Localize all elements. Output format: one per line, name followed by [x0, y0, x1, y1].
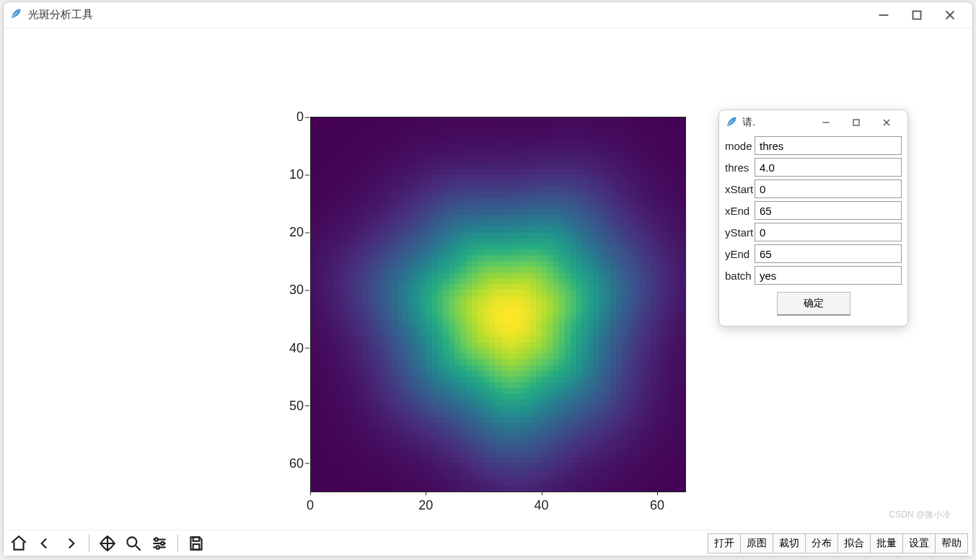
nav-back-button[interactable]	[34, 533, 56, 554]
xtick-label: 60	[643, 498, 672, 513]
dialog-ok-button[interactable]: 确定	[777, 292, 850, 316]
svg-rect-1	[913, 11, 921, 19]
svg-point-4	[127, 537, 136, 546]
batch-input[interactable]	[755, 266, 902, 285]
nav-home-button[interactable]	[8, 533, 30, 554]
svg-rect-12	[193, 537, 200, 541]
ytick-label: 60	[275, 455, 304, 471]
settings-dialog: 请. mode thres xStart xEnd yStart yEnd ba…	[718, 110, 908, 326]
nav-pan-button[interactable]	[97, 533, 118, 554]
mode-label: mode	[725, 140, 755, 152]
action-button-5[interactable]: 批量	[870, 533, 903, 554]
svg-point-10	[161, 541, 164, 544]
ytick-label: 50	[275, 398, 304, 413]
ytick-label: 30	[275, 283, 304, 298]
nav-separator	[89, 535, 89, 552]
svg-rect-15	[853, 120, 859, 125]
ytick-label: 0	[275, 110, 304, 125]
nav-forward-button[interactable]	[60, 533, 82, 554]
dialog-title: 请.	[742, 116, 755, 129]
xtick-label: 40	[527, 498, 556, 513]
action-button-0[interactable]: 打开	[708, 533, 741, 554]
main-maximize-button[interactable]	[900, 4, 933, 26]
main-minimize-button[interactable]	[867, 4, 900, 26]
matplotlib-nav-tools	[8, 533, 207, 554]
nav-save-button[interactable]	[185, 533, 207, 554]
heatmap-canvas	[311, 117, 685, 492]
action-button-4[interactable]: 拟合	[837, 533, 871, 554]
dialog-feather-icon	[725, 115, 738, 130]
svg-point-9	[155, 538, 158, 541]
xend-label: xEnd	[725, 205, 755, 217]
yend-input[interactable]	[755, 244, 902, 263]
xstart-input[interactable]	[755, 179, 902, 198]
action-buttons: 打开原图裁切分布拟合批量设置帮助	[708, 533, 968, 554]
watermark-text: CSDN @微小冷	[889, 509, 951, 521]
svg-point-11	[157, 546, 159, 548]
mode-input[interactable]	[755, 136, 902, 155]
thres-label: thres	[725, 161, 755, 174]
ytick-label: 10	[275, 167, 304, 182]
ystart-label: yStart	[725, 226, 755, 239]
main-titlebar: 光斑分析工具	[4, 2, 972, 28]
svg-line-5	[136, 546, 141, 551]
dialog-minimize-button[interactable]	[811, 112, 841, 133]
axes-frame	[310, 117, 686, 492]
xtick-label: 20	[411, 498, 440, 513]
nav-configure-button[interactable]	[149, 533, 170, 554]
ytick-label: 40	[275, 340, 304, 355]
batch-label: batch	[725, 270, 755, 282]
thres-input[interactable]	[755, 158, 902, 177]
nav-separator-2	[177, 535, 178, 552]
dialog-close-button[interactable]	[871, 112, 902, 133]
nav-zoom-button[interactable]	[123, 533, 144, 554]
app-feather-icon	[9, 7, 22, 22]
main-close-button[interactable]	[933, 4, 967, 26]
dialog-titlebar: 请.	[719, 110, 907, 135]
action-button-2[interactable]: 裁切	[773, 533, 806, 554]
xstart-label: xStart	[725, 183, 755, 195]
main-window-title: 光斑分析工具	[28, 8, 93, 22]
svg-rect-13	[193, 544, 200, 550]
dialog-maximize-button[interactable]	[841, 112, 871, 133]
xtick-label: 0	[296, 498, 325, 513]
xend-input[interactable]	[755, 201, 902, 220]
bottom-toolbar: 打开原图裁切分布拟合批量设置帮助	[4, 530, 972, 556]
action-button-6[interactable]: 设置	[902, 533, 936, 554]
ystart-input[interactable]	[755, 223, 902, 241]
dialog-form: mode thres xStart xEnd yStart yEnd batch…	[719, 135, 907, 326]
action-button-7[interactable]: 帮助	[935, 533, 968, 554]
yend-label: yEnd	[725, 248, 755, 260]
ytick-label: 20	[275, 225, 304, 240]
action-button-1[interactable]: 原图	[740, 533, 773, 554]
action-button-3[interactable]: 分布	[805, 533, 838, 554]
heatmap-chart: 0102030405060 0204060	[256, 79, 703, 525]
